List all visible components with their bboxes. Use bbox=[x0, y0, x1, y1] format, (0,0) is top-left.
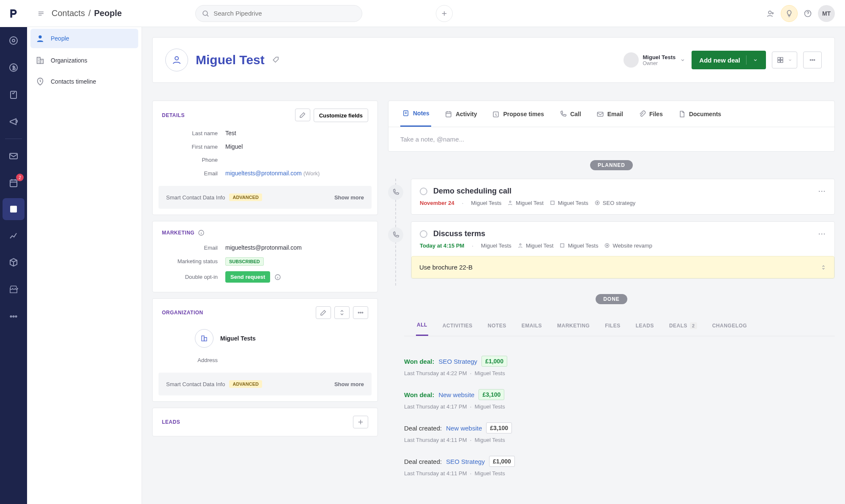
leads-title: LEADS bbox=[162, 419, 180, 425]
svg-point-26 bbox=[358, 312, 359, 313]
more-org-icon[interactable] bbox=[353, 306, 368, 319]
svg-rect-17 bbox=[778, 57, 780, 60]
quick-add-button[interactable] bbox=[436, 5, 453, 22]
nav-insights-icon[interactable] bbox=[0, 222, 27, 249]
filter-emails[interactable]: EMAILS bbox=[521, 315, 543, 336]
organization-title: ORGANIZATION bbox=[162, 310, 203, 316]
topbar: Contacts / People MT bbox=[27, 0, 845, 27]
help-icon[interactable] bbox=[804, 9, 812, 18]
tab-activity[interactable]: Activity bbox=[443, 101, 479, 127]
done-deal-link[interactable]: New website bbox=[446, 425, 482, 432]
svg-point-9 bbox=[15, 316, 16, 317]
call-icon bbox=[388, 185, 403, 200]
nav-mail-icon[interactable] bbox=[0, 142, 27, 169]
tab-email[interactable]: Email bbox=[595, 101, 625, 127]
owner-selector[interactable]: Miguel Tests Owner bbox=[623, 52, 686, 68]
marketing-card: MARKETING Emailmigueltests@protonmail.co… bbox=[152, 221, 378, 292]
tab-documents[interactable]: Documents bbox=[676, 101, 723, 127]
show-more-org[interactable]: Show more bbox=[334, 381, 364, 387]
layout-button[interactable] bbox=[772, 52, 797, 68]
edit-details-icon[interactable] bbox=[295, 109, 310, 121]
org-name[interactable]: Miguel Tests bbox=[220, 335, 256, 342]
svg-point-23 bbox=[814, 60, 815, 60]
activity-checkbox[interactable] bbox=[420, 230, 427, 238]
tab-propose[interactable]: Propose times bbox=[490, 101, 545, 127]
svg-point-28 bbox=[362, 312, 363, 313]
filter-files[interactable]: FILES bbox=[604, 315, 621, 336]
amount-badge: £1,000 bbox=[489, 456, 515, 467]
svg-point-38 bbox=[520, 244, 521, 245]
svg-point-27 bbox=[360, 312, 361, 313]
svg-point-13 bbox=[38, 35, 41, 38]
global-search-input[interactable] bbox=[213, 10, 356, 17]
person-avatar bbox=[165, 49, 188, 71]
tab-files[interactable]: Files bbox=[637, 101, 665, 127]
done-deal-link[interactable]: SEO Strategy bbox=[446, 458, 485, 465]
nav-campaigns-icon[interactable] bbox=[0, 108, 27, 135]
add-lead-button[interactable] bbox=[353, 416, 368, 428]
subnav-organizations[interactable]: Organizations bbox=[27, 50, 142, 71]
subscribed-badge: SUBSCRIBED bbox=[225, 257, 264, 266]
nav-activities-icon[interactable]: 2 bbox=[0, 169, 27, 196]
nav-more-icon[interactable] bbox=[0, 303, 27, 330]
marketing-email: migueltests@protonmail.com bbox=[225, 244, 302, 251]
tag-icon[interactable] bbox=[272, 56, 280, 64]
svg-rect-32 bbox=[446, 112, 451, 117]
note-input[interactable]: Take a note, @name... bbox=[388, 127, 834, 151]
person-header-card: Miguel Test Miguel Tests Owner bbox=[152, 37, 835, 83]
activity-card[interactable]: Discuss terms ··· Today at 4:15 PM Migue… bbox=[411, 221, 835, 279]
filter-activities[interactable]: ACTIVITIES bbox=[442, 315, 473, 336]
nav-contacts-icon[interactable] bbox=[3, 198, 25, 220]
subnav-people[interactable]: People bbox=[30, 29, 138, 48]
svg-point-16 bbox=[175, 57, 178, 60]
tab-notes[interactable]: Notes bbox=[400, 101, 431, 127]
note-expand-icon[interactable] bbox=[820, 263, 826, 271]
filter-all[interactable]: ALL bbox=[416, 315, 428, 336]
nav-marketplace-icon[interactable] bbox=[0, 276, 27, 303]
svg-rect-5 bbox=[10, 180, 17, 187]
tips-icon[interactable] bbox=[781, 5, 798, 22]
invite-user-icon[interactable] bbox=[766, 9, 775, 18]
send-request-button[interactable]: Send request bbox=[225, 271, 270, 283]
show-more-details[interactable]: Show more bbox=[334, 194, 364, 201]
activity-more-icon[interactable]: ··· bbox=[818, 188, 826, 195]
subnav-timeline[interactable]: Contacts timeline bbox=[27, 71, 142, 92]
filter-leads[interactable]: LEADS bbox=[635, 315, 655, 336]
more-actions-button[interactable] bbox=[803, 52, 822, 68]
svg-rect-3 bbox=[11, 91, 16, 98]
amount-badge: £3,100 bbox=[486, 422, 512, 433]
add-new-deal-button[interactable]: Add new deal bbox=[692, 51, 766, 69]
menu-toggle-icon[interactable] bbox=[37, 9, 45, 17]
activity-date: Today at 4:15 PM bbox=[420, 242, 464, 249]
edit-org-icon[interactable] bbox=[316, 306, 331, 319]
rail-divider bbox=[5, 139, 22, 139]
done-item: Deal created: SEO Strategy £1,000 Last T… bbox=[404, 456, 835, 477]
activity-card[interactable]: Demo scheduling call ··· November 24 Mig… bbox=[411, 179, 835, 215]
global-search[interactable] bbox=[195, 5, 362, 22]
nav-deals-icon[interactable] bbox=[0, 54, 27, 81]
filter-deals[interactable]: DEALS2 bbox=[668, 315, 698, 336]
nav-leads-icon[interactable] bbox=[0, 27, 27, 54]
organization-card: ORGANIZATION bbox=[152, 298, 378, 402]
activity-checkbox[interactable] bbox=[420, 188, 427, 195]
svg-point-0 bbox=[12, 39, 15, 42]
customize-fields-button[interactable]: Customize fields bbox=[314, 109, 368, 122]
logo[interactable] bbox=[0, 0, 27, 27]
filter-notes[interactable]: NOTES bbox=[487, 315, 507, 336]
tab-call[interactable]: Call bbox=[558, 101, 583, 127]
smart-contact-label: Smart Contact Data Info bbox=[166, 194, 225, 201]
done-deal-link[interactable]: New website bbox=[438, 391, 474, 398]
nav-products-icon[interactable] bbox=[0, 249, 27, 276]
breadcrumb-contacts[interactable]: Contacts bbox=[52, 8, 85, 18]
person-name[interactable]: Miguel Test bbox=[196, 53, 265, 67]
nav-projects-icon[interactable] bbox=[0, 81, 27, 108]
filter-changelog[interactable]: CHANGELOG bbox=[711, 315, 748, 336]
user-avatar[interactable]: MT bbox=[818, 5, 835, 22]
activity-more-icon[interactable]: ··· bbox=[818, 231, 826, 237]
filter-marketing[interactable]: MARKETING bbox=[556, 315, 591, 336]
details-card: DETAILS Customize fields Last nameTest F… bbox=[152, 101, 378, 215]
done-item: Won deal: SEO Strategy £1,000 Last Thurs… bbox=[404, 356, 835, 376]
expand-org-icon[interactable] bbox=[334, 306, 350, 319]
svg-point-1 bbox=[10, 37, 17, 44]
done-deal-link[interactable]: SEO Strategy bbox=[438, 358, 477, 365]
